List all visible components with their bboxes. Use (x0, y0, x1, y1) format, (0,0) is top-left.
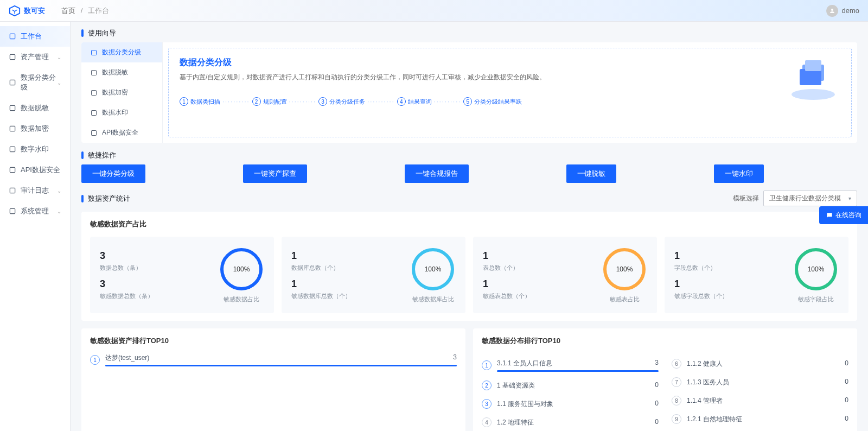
app-logo[interactable]: 数可安 (9, 5, 45, 17)
chevron-down-icon: ⌄ (57, 80, 61, 86)
top-assets-title: 敏感数据资产排行TOP10 (90, 336, 457, 346)
dashboard-icon (9, 33, 16, 40)
ratio-title: 敏感数据资产占比 (90, 219, 848, 229)
chevron-down-icon: ⌄ (57, 188, 61, 194)
quick-btn-0[interactable]: 一键分类分级 (81, 164, 145, 183)
rank-row: 31.1 服务范围与对象0 (482, 399, 659, 409)
stat-card-0: 3数据总数（条）3敏感数据总数（条）100%敏感数据占比 (90, 237, 274, 313)
sidebar-item-4[interactable]: 数据加密 (0, 118, 70, 139)
ring-chart: 100% (410, 246, 456, 292)
sidebar-item-3[interactable]: 数据脱敏 (0, 98, 70, 118)
sidebar-item-0[interactable]: 工作台 (0, 26, 70, 47)
svg-rect-9 (10, 188, 15, 193)
svg-marker-0 (10, 5, 20, 15)
guide-icon (90, 49, 98, 56)
guide-icon (90, 89, 98, 97)
api-icon (9, 166, 16, 174)
guide-section: 使用向导 数据分类分级数据脱敏数据加密数据水印API数据安全 数据分类分级 基于… (81, 28, 857, 143)
guide-step-3[interactable]: 3分类分级任务 (318, 97, 365, 106)
svg-rect-15 (92, 130, 97, 135)
svg-rect-8 (10, 167, 15, 172)
app-name: 数可安 (24, 6, 45, 16)
template-select-group: 模板选择 卫生健康行业数据分类模 ▾ (733, 191, 857, 206)
guide-step-2[interactable]: 2规则配置 (252, 97, 287, 106)
mask-icon (9, 104, 16, 112)
ring-chart: 100% (602, 246, 647, 292)
guide-desc: 基于内置/自定义规则，对数据资产进行人工打标和自动执行的分类分级工作，同时可进行… (180, 73, 840, 82)
svg-rect-2 (10, 34, 15, 39)
sidebar: 工作台资产管理⌄数据分类分级⌄数据脱敏数据加密数字水印API数据安全审计日志⌄系… (0, 22, 71, 431)
encrypt-icon (9, 125, 16, 132)
classify-icon (9, 79, 16, 86)
guide-illustration-icon (786, 54, 840, 103)
guide-step-5[interactable]: 5分类分级结果率跃 (463, 97, 522, 106)
guide-step-4[interactable]: 4结果查询 (397, 97, 432, 106)
rank-row: 13.1.1 全员人口信息3 (482, 359, 659, 372)
user-menu[interactable]: demo (826, 5, 859, 17)
stats-title: 数据资产统计 (88, 194, 130, 204)
top-assets-panel: 敏感数据资产排行TOP10 1达梦(test_user)3 (81, 328, 465, 431)
quick-actions: 一键分类分级一键资产探查一键合规报告一键脱敏一键水印 (81, 164, 857, 183)
ring-chart: 100% (219, 246, 264, 292)
sidebar-item-6[interactable]: API数据安全 (0, 160, 70, 180)
quick-btn-3[interactable]: 一键脱敏 (566, 164, 616, 183)
top-dist-title: 敏感数据分布排行TOP10 (482, 336, 848, 346)
breadcrumb-home[interactable]: 首页 (61, 7, 75, 15)
guide-body: 数据分类分级 基于内置/自定义规则，对数据资产进行人工打标和自动执行的分类分级工… (168, 48, 852, 137)
consult-button[interactable]: 在线咨询 (819, 206, 868, 224)
guide-item-1[interactable]: 数据脱敏 (81, 62, 162, 83)
svg-rect-18 (800, 69, 821, 85)
ring-chart: 100% (793, 246, 839, 292)
quick-section: 敏捷操作 一键分类分级一键资产探查一键合规报告一键脱敏一键水印 (81, 150, 857, 183)
logo-icon (9, 5, 21, 17)
svg-rect-6 (10, 126, 15, 131)
guide-heading: 数据分类分级 (180, 57, 840, 68)
guide-icon (90, 109, 98, 117)
template-label: 模板选择 (733, 194, 759, 203)
rank-row: 61.1.2 健康人0 (672, 359, 848, 369)
top-bar: 数可安 首页 / 工作台 demo (0, 0, 868, 22)
guide-item-0[interactable]: 数据分类分级 (81, 42, 162, 62)
guide-item-2[interactable]: 数据加密 (81, 83, 162, 103)
guide-step-1[interactable]: 1数据类扫描 (180, 97, 220, 106)
rank-row: 41.2 地理特征0 (482, 417, 659, 427)
stat-card-2: 1表总数（个）1敏感表总数（个）100%敏感表占比 (473, 237, 657, 313)
main-content: 使用向导 数据分类分级数据脱敏数据加密数据水印API数据安全 数据分类分级 基于… (71, 22, 868, 431)
svg-point-1 (831, 9, 833, 11)
stats-section: 数据资产统计 模板选择 卫生健康行业数据分类模 ▾ 敏感数据资产占比 3数据总数… (81, 191, 857, 431)
guide-title: 使用向导 (88, 28, 116, 38)
avatar-icon (826, 5, 838, 17)
template-select[interactable]: 卫生健康行业数据分类模 ▾ (763, 191, 857, 206)
stat-card-1: 1数据库总数（个）1敏感数据库总数（个）100%敏感数据库占比 (282, 237, 465, 313)
sidebar-item-2[interactable]: 数据分类分级⌄ (0, 67, 70, 98)
svg-rect-10 (10, 208, 15, 213)
chat-icon (826, 212, 833, 219)
svg-rect-13 (92, 90, 97, 95)
svg-rect-7 (10, 147, 15, 151)
guide-item-4[interactable]: API数据安全 (81, 123, 162, 143)
svg-rect-3 (10, 54, 15, 59)
chevron-down-icon: ▾ (848, 195, 851, 201)
sidebar-item-7[interactable]: 审计日志⌄ (0, 180, 70, 201)
guide-item-3[interactable]: 数据水印 (81, 103, 162, 123)
chevron-down-icon: ⌄ (57, 208, 61, 214)
quick-btn-1[interactable]: 一键资产探查 (243, 164, 307, 183)
watermark-icon (9, 145, 16, 153)
user-name: demo (841, 7, 859, 15)
svg-rect-4 (10, 80, 15, 85)
guide-icon (90, 129, 98, 137)
svg-rect-5 (10, 105, 15, 110)
quick-btn-4[interactable]: 一键水印 (714, 164, 764, 183)
sidebar-item-5[interactable]: 数字水印 (0, 139, 70, 160)
quick-title: 敏捷操作 (88, 150, 116, 160)
chevron-down-icon: ⌄ (57, 54, 61, 60)
breadcrumb-current: 工作台 (88, 7, 109, 15)
guide-menu: 数据分类分级数据脱敏数据加密数据水印API数据安全 (81, 42, 163, 143)
svg-rect-14 (92, 110, 97, 115)
sidebar-item-8[interactable]: 系统管理⌄ (0, 201, 70, 221)
breadcrumb: 首页 / 工作台 (61, 6, 826, 16)
top-dist-panel: 敏感数据分布排行TOP10 13.1.1 全员人口信息321 基础资源类031.… (473, 328, 857, 431)
rank-row: 1达梦(test_user)3 (90, 353, 457, 366)
sidebar-item-1[interactable]: 资产管理⌄ (0, 47, 70, 67)
quick-btn-2[interactable]: 一键合规报告 (405, 164, 469, 183)
